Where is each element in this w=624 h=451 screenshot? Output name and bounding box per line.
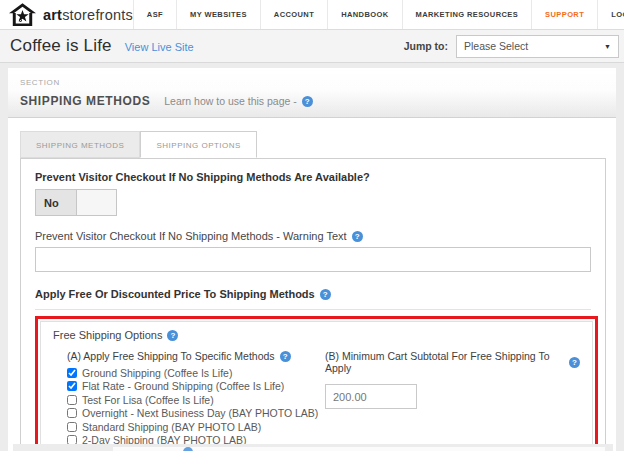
jump-to-select[interactable]: Please Select ▼ (456, 35, 619, 58)
tab-shipping-methods[interactable]: SHIPPING METHODS (20, 131, 140, 158)
method-row[interactable]: Standard Shipping (BAY PHOTO LAB) (67, 420, 325, 434)
warning-text-input[interactable] (35, 247, 591, 272)
title-bar-right: Jump to: Please Select ▼ (404, 35, 619, 58)
apply-free-discount-label-text: Apply Free Or Discounted Price To Shippi… (35, 288, 315, 300)
site-title: Coffee is Life (10, 36, 112, 56)
prevent-checkout-label-text: Prevent Visitor Checkout If No Shipping … (35, 171, 370, 183)
toggle-yes-option[interactable] (77, 190, 116, 215)
content-wrapper: SECTION SHIPPING METHODS Learn how to us… (8, 68, 616, 451)
free-shipping-columns: (A) Apply Free Shipping To Specific Meth… (53, 350, 580, 451)
method-row[interactable]: Overnight - Next Business Day (BAY PHOTO… (67, 407, 325, 421)
method-row[interactable]: Ground Shipping (Coffee Is Life) (67, 366, 325, 380)
method-label: Flat Rate - Ground Shipping (Coffee Is L… (82, 380, 284, 392)
section-title-row: SHIPPING METHODS Learn how to use this p… (20, 94, 604, 108)
method-checkbox[interactable] (67, 422, 77, 432)
method-row[interactable]: Flat Rate - Ground Shipping (Coffee Is L… (67, 380, 325, 394)
section-header: SECTION SHIPPING METHODS Learn how to us… (8, 68, 616, 118)
help-icon[interactable]: ? (280, 351, 291, 362)
caret-down-icon: ▼ (604, 43, 611, 50)
method-checkbox[interactable] (67, 368, 77, 378)
free-shipping-methods-column: (A) Apply Free Shipping To Specific Meth… (53, 350, 325, 451)
artstorefronts-logo-icon (9, 3, 36, 27)
method-checkbox[interactable] (67, 408, 77, 418)
brand[interactable]: artstorefronts (0, 0, 133, 29)
help-icon[interactable]: ? (320, 289, 331, 300)
top-nav: artstorefronts ASF MY WEBSITES ACCOUNT H… (0, 0, 624, 30)
nav-item-logout[interactable]: LOGOUT (597, 0, 624, 29)
help-icon[interactable]: ? (302, 96, 313, 107)
next-section-panel-edge (113, 447, 605, 451)
minimum-subtotal-label-text: (B) Minimum Cart Subtotal For Free Shipp… (325, 350, 564, 374)
warning-text-label: Prevent Visitor Checkout If No Shipping … (35, 230, 591, 242)
nav-item-marketing-resources[interactable]: MARKETING RESOURCES (402, 0, 532, 29)
apply-free-discount-label: Apply Free Or Discounted Price To Shippi… (35, 288, 591, 300)
methods-column-label-text: (A) Apply Free Shipping To Specific Meth… (67, 350, 275, 362)
prevent-checkout-label: Prevent Visitor Checkout If No Shipping … (35, 171, 591, 183)
jump-to-value: Please Select (464, 40, 528, 52)
method-checkbox[interactable] (67, 395, 77, 405)
minimum-subtotal-label: (B) Minimum Cart Subtotal For Free Shipp… (325, 350, 580, 374)
nav-item-my-websites[interactable]: MY WEBSITES (176, 0, 260, 29)
divider (35, 309, 591, 316)
tab-shipping-options[interactable]: SHIPPING OPTIONS (140, 131, 256, 158)
jump-to-label: Jump to: (404, 40, 448, 52)
warning-text-label-text: Prevent Visitor Checkout If No Shipping … (35, 230, 347, 242)
method-label: Standard Shipping (BAY PHOTO LAB) (82, 421, 261, 433)
help-icon[interactable]: ? (352, 231, 363, 242)
method-checkbox[interactable] (67, 381, 77, 391)
free-shipping-options-title-text: Free Shipping Options (53, 329, 162, 341)
tabs: SHIPPING METHODS SHIPPING OPTIONS (20, 131, 616, 158)
method-label: Overnight - Next Business Day (BAY PHOTO… (82, 407, 318, 419)
method-row[interactable]: Test For Lisa (Coffee Is Life) (67, 393, 325, 407)
help-icon (183, 447, 193, 451)
help-icon[interactable]: ? (569, 357, 580, 368)
page-root: artstorefronts ASF MY WEBSITES ACCOUNT H… (0, 0, 624, 451)
method-label: Test For Lisa (Coffee Is Life) (82, 394, 214, 406)
methods-column-label: (A) Apply Free Shipping To Specific Meth… (67, 350, 325, 362)
nav-menu: ASF MY WEBSITES ACCOUNT HANDBOOK MARKETI… (133, 0, 624, 29)
title-bar: Coffee is Life View Live Site Jump to: P… (0, 30, 624, 63)
next-section-partial (13, 444, 613, 451)
nav-item-handbook[interactable]: HANDBOOK (327, 0, 401, 29)
brand-name: artstorefronts (43, 7, 133, 23)
brand-name-bold: art (43, 7, 62, 23)
brand-name-rest: storefronts (62, 7, 133, 23)
section-title: SHIPPING METHODS (20, 94, 150, 108)
minimum-subtotal-column: (B) Minimum Cart Subtotal For Free Shipp… (325, 350, 580, 451)
method-label: Ground Shipping (Coffee Is Life) (82, 367, 232, 379)
toggle-no-option[interactable]: No (36, 190, 77, 215)
minimum-subtotal-input[interactable] (325, 384, 417, 409)
free-shipping-highlight-box: Free Shipping Options ? (A) Apply Free S… (35, 316, 598, 451)
nav-item-support[interactable]: SUPPORT (531, 0, 597, 29)
free-shipping-options-panel: Free Shipping Options ? (A) Apply Free S… (40, 321, 593, 451)
nav-item-account[interactable]: ACCOUNT (260, 0, 327, 29)
nav-item-asf[interactable]: ASF (133, 0, 176, 29)
section-eyebrow: SECTION (20, 78, 604, 87)
section-help-text: Learn how to use this page - (164, 95, 297, 107)
view-live-site-link[interactable]: View Live Site (125, 41, 194, 53)
free-shipping-options-title: Free Shipping Options ? (53, 329, 580, 341)
shipping-options-panel: Prevent Visitor Checkout If No Shipping … (20, 158, 606, 448)
title-bar-left: Coffee is Life View Live Site (10, 36, 194, 56)
prevent-checkout-toggle[interactable]: No (35, 189, 117, 216)
help-icon[interactable]: ? (167, 330, 178, 341)
